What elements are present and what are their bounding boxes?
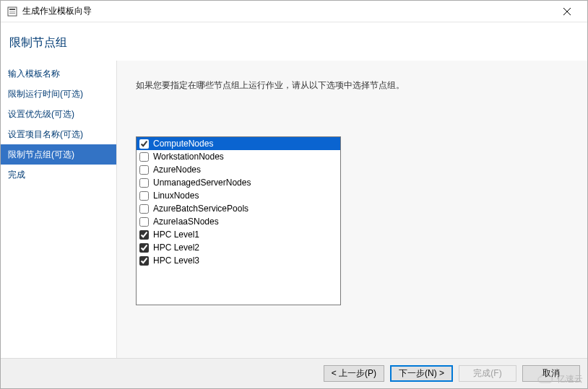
node-group-item[interactable]: HPC Level1 xyxy=(137,228,340,241)
node-group-checkbox[interactable] xyxy=(139,256,149,266)
wizard-step-item[interactable]: 输入模板名称 xyxy=(1,64,116,84)
node-group-checkbox[interactable] xyxy=(139,191,149,201)
main-panel: 如果您要指定在哪些节点组上运行作业，请从以下选项中选择节点组。 ComputeN… xyxy=(116,61,587,358)
node-group-checkbox[interactable] xyxy=(139,243,149,253)
wizard-footer: < 上一步(P) 下一步(N) > 完成(F) 取消 xyxy=(1,358,587,388)
wizard-steps-sidebar: 输入模板名称限制运行时间(可选)设置优先级(可选)设置项目名称(可选)限制节点组… xyxy=(1,61,116,358)
wizard-step-item[interactable]: 设置优先级(可选) xyxy=(1,104,116,124)
wizard-step-label: 设置优先级(可选) xyxy=(8,109,74,119)
node-group-item[interactable]: AzureIaaSNodes xyxy=(137,215,340,228)
titlebar: 生成作业模板向导 xyxy=(1,1,587,22)
node-group-item[interactable]: AzureNodes xyxy=(137,163,340,176)
finish-button: 完成(F) xyxy=(459,365,516,382)
prev-button[interactable]: < 上一步(P) xyxy=(324,365,384,382)
wizard-step-item[interactable]: 限制节点组(可选) xyxy=(1,144,116,165)
svg-rect-1 xyxy=(9,9,15,10)
node-group-item[interactable]: ComputeNodes xyxy=(137,137,340,150)
node-group-item[interactable]: UnmanagedServerNodes xyxy=(137,176,340,189)
node-group-item[interactable]: AzureBatchServicePools xyxy=(137,202,340,215)
svg-rect-2 xyxy=(9,12,15,12)
node-group-label: WorkstationNodes xyxy=(153,150,224,163)
svg-rect-3 xyxy=(9,13,15,14)
node-group-item[interactable]: LinuxNodes xyxy=(137,189,340,202)
wizard-step-item[interactable]: 限制运行时间(可选) xyxy=(1,84,116,104)
wizard-step-label: 限制节点组(可选) xyxy=(8,149,74,159)
wizard-body: 输入模板名称限制运行时间(可选)设置优先级(可选)设置项目名称(可选)限制节点组… xyxy=(1,61,587,358)
wizard-step-label: 设置项目名称(可选) xyxy=(8,129,83,139)
node-groups-listbox[interactable]: ComputeNodesWorkstationNodesAzureNodesUn… xyxy=(136,136,341,305)
node-group-checkbox[interactable] xyxy=(139,165,149,175)
next-button[interactable]: 下一步(N) > xyxy=(390,365,453,382)
node-group-item[interactable]: HPC Level3 xyxy=(137,254,340,267)
node-group-checkbox[interactable] xyxy=(139,152,149,162)
page-header: 限制节点组 xyxy=(1,22,587,61)
node-group-label: ComputeNodes xyxy=(153,137,213,150)
node-group-label: UnmanagedServerNodes xyxy=(153,176,251,189)
node-group-checkbox[interactable] xyxy=(139,217,149,227)
node-group-checkbox[interactable] xyxy=(139,230,149,240)
wizard-step-label: 输入模板名称 xyxy=(8,69,60,79)
instruction-text: 如果您要指定在哪些节点组上运行作业，请从以下选项中选择节点组。 xyxy=(136,79,568,92)
wizard-step-label: 完成 xyxy=(8,170,25,180)
wizard-window: 生成作业模板向导 限制节点组 输入模板名称限制运行时间(可选)设置优先级(可选)… xyxy=(0,0,588,389)
wizard-step-item[interactable]: 完成 xyxy=(1,165,116,185)
node-group-label: HPC Level2 xyxy=(153,241,199,254)
node-group-label: AzureNodes xyxy=(153,163,201,176)
page-title: 限制节点组 xyxy=(9,35,587,51)
node-group-checkbox[interactable] xyxy=(139,204,149,214)
node-group-checkbox[interactable] xyxy=(139,139,149,149)
node-group-label: HPC Level1 xyxy=(153,228,199,241)
node-group-checkbox[interactable] xyxy=(139,178,149,188)
node-group-item[interactable]: HPC Level2 xyxy=(137,241,340,254)
wizard-step-item[interactable]: 设置项目名称(可选) xyxy=(1,124,116,144)
close-button[interactable] xyxy=(553,1,581,22)
node-group-label: HPC Level3 xyxy=(153,254,199,267)
node-group-label: LinuxNodes xyxy=(153,189,199,202)
node-group-item[interactable]: WorkstationNodes xyxy=(137,150,340,163)
cancel-button[interactable]: 取消 xyxy=(522,365,580,382)
node-group-label: AzureIaaSNodes xyxy=(153,215,219,228)
wizard-step-label: 限制运行时间(可选) xyxy=(8,89,83,99)
app-icon xyxy=(7,6,18,17)
node-group-label: AzureBatchServicePools xyxy=(153,202,248,215)
window-title: 生成作业模板向导 xyxy=(22,5,553,17)
